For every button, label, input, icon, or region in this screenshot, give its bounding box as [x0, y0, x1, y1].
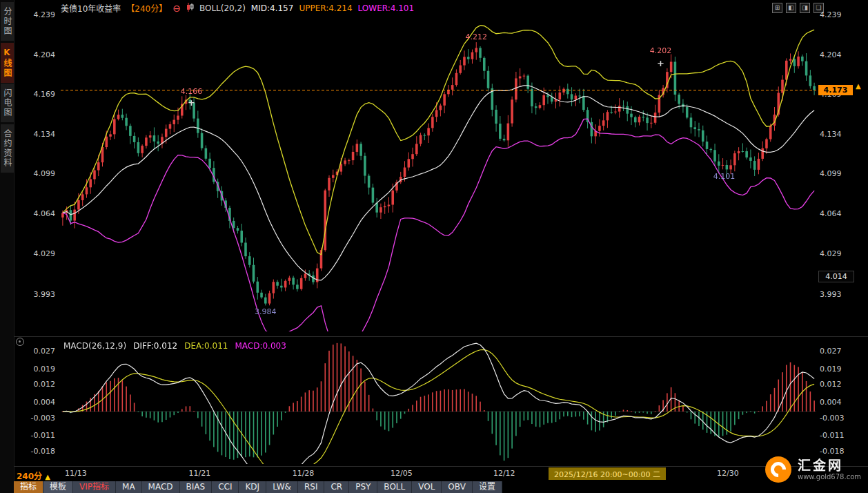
panel-divider — [14, 336, 868, 337]
current-price-box: 4.173 — [818, 85, 853, 95]
macd-axis-label: 0.012 — [820, 379, 842, 390]
price-axis-label: 4.029 — [22, 249, 55, 260]
macd-axis-label: 0.019 — [820, 364, 842, 375]
left-rail: 分时图 K线图 闪电图 合约资料 — [0, 0, 14, 493]
toolbar-item-MACD[interactable]: MACD — [142, 481, 180, 493]
price-axis-right: 4.2394.2044.1694.1344.0994.0644.0293.993… — [820, 0, 861, 493]
macd-axis-label: 0.004 — [22, 397, 55, 408]
toolbar-item-模板[interactable]: 模板 — [43, 481, 73, 493]
price-axis-label: 4.064 — [820, 209, 842, 220]
secondary-price-box: 4.014 — [818, 271, 854, 282]
sidebar-item-flash-chart[interactable]: 闪电图 — [1, 84, 14, 122]
toolbar-item-CR[interactable]: CR — [324, 481, 349, 493]
macd-axis-label: 0.027 — [22, 346, 55, 357]
price-axis-label: 4.029 — [820, 249, 842, 260]
macd-axis-label: -0.003 — [820, 413, 844, 424]
sidebar-item-kline-chart[interactable]: K线图 — [1, 43, 14, 83]
period-up-arrow-icon: ▲ — [45, 473, 50, 481]
toolbar-item-设置[interactable]: 设置 — [473, 481, 502, 493]
price-axis-label: 4.099 — [22, 168, 55, 180]
x-axis-date-label: 12/12 — [493, 469, 515, 478]
x-axis-date-label: 11/13 — [65, 469, 87, 478]
price-axis-label: 4.099 — [820, 168, 842, 180]
macd-indicator-canvas[interactable] — [61, 340, 816, 464]
toolbar-item-PSY[interactable]: PSY — [349, 481, 377, 493]
macd-axis-label: 0.004 — [820, 397, 842, 408]
xaxis-divider — [14, 466, 868, 467]
price-axis-label: 4.204 — [820, 50, 842, 61]
price-annotation: 4.101 — [713, 172, 736, 181]
price-annotation: 4.212 — [466, 32, 488, 41]
period-indicator[interactable]: 240分 ▲ — [17, 470, 50, 481]
sidebar-item-contract-info[interactable]: 合约资料 — [1, 124, 14, 173]
toolbar-item-CCI[interactable]: CCI — [212, 481, 239, 493]
price-axis-label: 3.993 — [820, 289, 842, 300]
price-axis-label: 4.134 — [820, 129, 842, 140]
logo-title: 汇金网 — [798, 458, 861, 473]
price-annotation: 4.166 — [181, 87, 203, 96]
macd-axis-label: -0.011 — [820, 430, 844, 441]
logo-url: www.gold678.com — [798, 473, 861, 481]
price-axis-label: 4.239 — [22, 10, 55, 21]
macd-axis-label: -0.003 — [22, 413, 55, 424]
layout-right-icon[interactable]: ◨ — [800, 3, 810, 13]
x-axis-date-label: 12/30 — [717, 469, 739, 478]
current-bar-time-label: 2025/12/16 20:00~00:00 二 — [549, 467, 666, 480]
toolbar-item-VOL[interactable]: VOL — [412, 481, 442, 493]
toolbar-item-LW&[interactable]: LW& — [266, 481, 298, 493]
layout-grid-icon[interactable]: ⊞ — [772, 3, 782, 13]
price-axis-label: 4.239 — [820, 10, 842, 21]
price-axis-label: 4.169 — [22, 89, 55, 100]
period-indicator-label: 240分 — [17, 472, 42, 481]
x-axis: 11/1311/2111/2812/0512/1212/30 — [61, 469, 816, 480]
price-annotation: 4.202 — [650, 46, 672, 55]
price-axis-label: 4.204 — [22, 50, 55, 61]
indicator-cycle-icon[interactable] — [16, 338, 24, 346]
price-axis-label: 4.134 — [22, 129, 55, 140]
toolbar-item-RSI[interactable]: RSI — [298, 481, 325, 493]
indicator-toolbar: 指标模板VIP指标MAMACDBIASCCIKDJLW&RSICRPSYBOLL… — [14, 481, 502, 493]
layout-left-icon[interactable]: ◧ — [786, 3, 796, 13]
macd-axis-label: 0.027 — [820, 346, 842, 357]
macd-axis-label: -0.018 — [22, 446, 55, 457]
macd-diff-value: DIFF:0.012 — [133, 341, 177, 351]
price-axis-label: 4.064 — [22, 209, 55, 220]
toolbar-item-BOLL[interactable]: BOLL — [377, 481, 412, 493]
boll-label: BOLL(20,2) — [199, 3, 246, 13]
macd-axis-label: -0.011 — [22, 430, 55, 441]
price-up-arrow-icon: ▲ — [856, 82, 861, 90]
boll-upper-value: UPPER:4.214 — [299, 3, 352, 13]
macd-axis-label: -0.018 — [820, 446, 844, 457]
price-axis-label: 3.993 — [22, 289, 55, 300]
x-axis-date-label: 11/28 — [293, 469, 315, 478]
macd-dea-value: DEA:0.011 — [184, 341, 228, 351]
toolbar-item-MA[interactable]: MA — [116, 481, 142, 493]
price-axis-left: 4.2394.2044.1694.1344.0994.0644.0293.993… — [22, 0, 57, 493]
price-annotation: 3.984 — [255, 307, 277, 316]
site-logo: 汇金网 www.gold678.com — [765, 456, 861, 483]
sidebar-item-time-chart[interactable]: 分时图 — [1, 2, 14, 41]
huijin-logo-icon — [765, 456, 791, 483]
boll-mid-value: MID:4.157 — [251, 3, 294, 13]
toolbar-item-OBV[interactable]: OBV — [442, 481, 473, 493]
macd-label: MACD(26,12,9) — [63, 341, 126, 351]
main-price-chart-canvas[interactable] — [61, 12, 816, 331]
macd-axis-label: 0.019 — [22, 364, 55, 375]
window-layout-icons: ⊞ ◧ ◨ ❏ — [772, 3, 824, 13]
macd-header: MACD(26,12,9) DIFF:0.012 DEA:0.011 MACD:… — [63, 341, 286, 351]
toolbar-item-KDJ[interactable]: KDJ — [239, 481, 266, 493]
toolbar-item-指标[interactable]: 指标 — [14, 481, 43, 493]
candlestick-icon — [186, 3, 194, 12]
annotation-cross-icon: + — [657, 58, 664, 68]
macd-axis-label: 0.012 — [22, 379, 55, 390]
toolbar-item-BIAS[interactable]: BIAS — [180, 481, 213, 493]
boll-lower-value: LOWER:4.101 — [358, 3, 415, 13]
zoom-out-icon[interactable]: ⊖ — [172, 4, 181, 12]
annotation-cross-icon: + — [188, 97, 195, 108]
x-axis-date-label: 11/21 — [189, 469, 211, 478]
macd-macd-value: MACD:0.003 — [235, 341, 286, 351]
x-axis-date-label: 12/05 — [391, 469, 413, 478]
toolbar-item-VIP指标[interactable]: VIP指标 — [73, 481, 116, 493]
